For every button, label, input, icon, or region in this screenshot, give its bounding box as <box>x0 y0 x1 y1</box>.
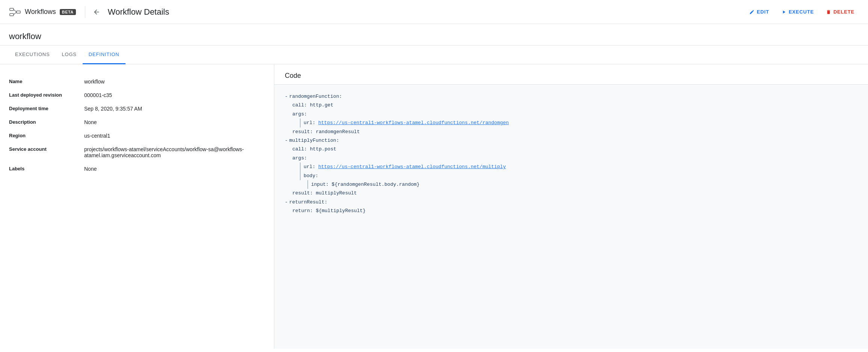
detail-row-name: Name workflow <box>9 75 265 88</box>
code-line-9: url: https://us-central1-workflows-atame… <box>285 162 857 171</box>
code-line-13: - returnResult: <box>285 198 857 206</box>
back-arrow-icon <box>93 8 100 16</box>
revision-label: Last deployed revision <box>9 88 84 102</box>
detail-row-revision: Last deployed revision 000001-c35 <box>9 88 265 102</box>
detail-row-description: Description None <box>9 115 265 129</box>
code-line-2: call: http.get <box>285 101 857 109</box>
deployment-label: Deployment time <box>9 102 84 115</box>
description-value: None <box>84 115 265 129</box>
brand-section: Workflows BETA <box>9 6 85 18</box>
brand-label: Workflows <box>25 8 56 16</box>
detail-row-region: Region us-central1 <box>9 129 265 143</box>
page-title: Workflow Details <box>108 7 169 17</box>
code-line-4: url: https://us-central1-workflows-atame… <box>285 118 857 127</box>
code-line-1: - randomgenFunction: <box>285 92 857 101</box>
back-button[interactable] <box>91 7 102 17</box>
randomgen-url-link[interactable]: https://us-central1-workflows-atamel.clo… <box>318 118 509 127</box>
code-title: Code <box>274 64 868 85</box>
edit-button[interactable]: EDIT <box>745 6 774 18</box>
deployment-value: Sep 8, 2020, 9:35:57 AM <box>84 102 265 115</box>
tabs-bar: EXECUTIONS LOGS DEFINITION <box>0 46 868 64</box>
detail-row-service-account: Service account projects/workflows-atame… <box>9 143 265 162</box>
detail-row-deployment: Deployment time Sep 8, 2020, 9:35:57 AM <box>9 102 265 115</box>
workflow-name: workflow <box>9 32 41 41</box>
bar-indent-3 <box>300 171 301 180</box>
bar-indent-4 <box>307 180 308 189</box>
code-line-3: args: <box>285 110 857 118</box>
code-line-8: args: <box>285 154 857 162</box>
delete-button[interactable]: DELETE <box>821 6 859 18</box>
code-line-10: body: <box>285 171 857 180</box>
code-block: - randomgenFunction: call: http.get args… <box>285 92 857 215</box>
code-line-5: result: randomgenResult <box>285 127 857 136</box>
name-label: Name <box>9 75 84 88</box>
tab-executions[interactable]: EXECUTIONS <box>9 46 56 64</box>
svg-line-3 <box>14 9 17 12</box>
code-content: - randomgenFunction: call: http.get args… <box>274 85 868 349</box>
labels-value: None <box>84 162 265 176</box>
name-value: workflow <box>84 75 265 88</box>
bar-indent <box>300 118 301 127</box>
region-label: Region <box>9 129 84 143</box>
beta-badge: BETA <box>60 9 76 15</box>
edit-icon <box>749 9 755 15</box>
revision-value: 000001-c35 <box>84 88 265 102</box>
tab-definition[interactable]: DEFINITION <box>83 46 126 64</box>
code-line-11: input: ${randomgenResult.body.random} <box>285 180 857 189</box>
multiply-url-link[interactable]: https://us-central1-workflows-atamel.clo… <box>318 162 506 171</box>
code-line-6: - multiplyFunction: <box>285 136 857 145</box>
workflows-icon <box>9 6 21 18</box>
execute-icon <box>781 9 786 15</box>
code-line-7: call: http.post <box>285 145 857 153</box>
svg-rect-2 <box>17 11 20 13</box>
description-label: Description <box>9 115 84 129</box>
header-actions: EDIT EXECUTE DELETE <box>745 6 859 18</box>
code-line-12: result: multiplyResult <box>285 189 857 197</box>
region-value: us-central1 <box>84 129 265 143</box>
sub-header: workflow <box>0 24 868 46</box>
details-panel: Name workflow Last deployed revision 000… <box>0 64 274 349</box>
svg-rect-1 <box>10 14 14 16</box>
app-header: Workflows BETA Workflow Details EDIT EXE… <box>0 0 868 24</box>
svg-rect-0 <box>10 8 14 11</box>
labels-label: Labels <box>9 162 84 176</box>
service-account-value: projects/workflows-atamel/serviceAccount… <box>84 143 265 162</box>
service-account-label: Service account <box>9 143 84 162</box>
detail-table: Name workflow Last deployed revision 000… <box>9 75 265 176</box>
delete-icon <box>826 9 831 15</box>
bar-indent-2 <box>300 162 301 171</box>
code-panel: Code - randomgenFunction: call: http.get… <box>274 64 868 349</box>
code-line-14: return: ${multiplyResult} <box>285 206 857 215</box>
execute-button[interactable]: EXECUTE <box>777 6 818 18</box>
tab-logs[interactable]: LOGS <box>56 46 83 64</box>
main-content: Name workflow Last deployed revision 000… <box>0 64 868 349</box>
svg-line-4 <box>14 12 17 15</box>
detail-row-labels: Labels None <box>9 162 265 176</box>
